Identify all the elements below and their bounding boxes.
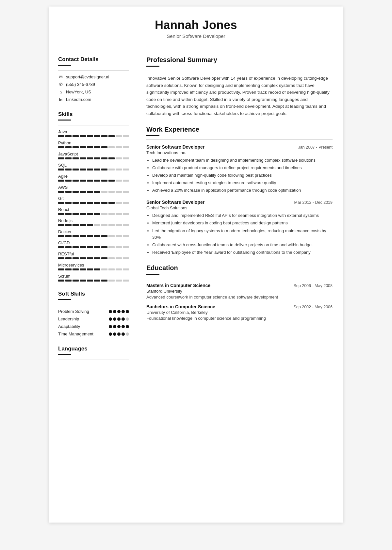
soft-skill-item: Time Management	[58, 332, 129, 336]
skill-segment-filled	[65, 246, 72, 248]
skills-list: JavaPythonJavaScriptSQLAgileAWSGitReactN…	[58, 129, 129, 282]
dot-filled	[109, 332, 112, 336]
skill-segment-empty	[116, 246, 122, 248]
edu-school: University of California, Berkeley	[146, 310, 333, 315]
skill-item: Agile	[58, 174, 129, 182]
contact-location-text: NewYork, US	[66, 89, 91, 94]
skill-name: Microservices	[58, 263, 129, 267]
job-bullet: Lead the development team in designing a…	[152, 157, 333, 164]
skill-segment-filled	[65, 146, 72, 148]
skill-segment-filled	[73, 146, 79, 148]
job-bullet: Collaborated with cross-functional teams…	[152, 242, 333, 248]
skill-name: AWS	[58, 185, 129, 190]
skill-segment-filled	[73, 224, 79, 226]
soft-skills-section: Soft Skills Problem SolvingLeadershipAda…	[58, 291, 129, 336]
skill-segment-empty	[108, 246, 115, 248]
skill-bar	[58, 146, 129, 148]
skill-segment-filled	[58, 257, 64, 259]
dot-filled	[117, 325, 121, 328]
skill-segment-filled	[94, 191, 100, 193]
skill-segment-empty	[116, 257, 122, 259]
skill-segment-empty	[101, 191, 107, 193]
dot-filled	[113, 332, 116, 336]
skill-segment-empty	[116, 268, 122, 270]
contact-linkedin-text: LinkedIn.com	[66, 97, 91, 102]
skill-bar	[58, 169, 129, 170]
soft-skill-name: Problem Solving	[58, 309, 89, 314]
skill-segment-empty	[123, 191, 129, 193]
skill-segment-empty	[123, 213, 129, 215]
languages-divider	[58, 354, 71, 355]
skill-bar	[58, 202, 129, 204]
soft-skill-name: Time Management	[58, 332, 93, 336]
skill-segment-filled	[80, 268, 86, 270]
skill-item: CI/CD	[58, 240, 129, 248]
skill-segment-filled	[87, 157, 93, 159]
skill-item: SQL	[58, 163, 129, 170]
edu-desc: Foundational knowledge in computer scien…	[146, 316, 333, 321]
skill-segment-filled	[65, 257, 72, 259]
skill-bar	[58, 268, 129, 270]
skill-segment-filled	[94, 246, 100, 248]
job-title: Senior Software Developer	[146, 144, 204, 150]
contact-divider	[58, 65, 71, 66]
email-icon: ✉	[58, 74, 63, 79]
job-bullet: Develop and maintain high-quality code f…	[152, 172, 333, 179]
skill-segment-filled	[58, 224, 64, 226]
skill-segment-filled	[87, 246, 93, 248]
skill-segment-filled	[87, 268, 93, 270]
skill-item: JavaScript	[58, 152, 129, 159]
skill-segment-empty	[108, 146, 115, 148]
skill-segment-filled	[65, 235, 72, 237]
job-entry: Senior Software DeveloperJan 2007 - Pres…	[146, 144, 333, 194]
skill-segment-filled	[65, 157, 72, 159]
skill-name: Scrum	[58, 274, 129, 279]
job-bullet: Collaborate with product managers to def…	[152, 165, 333, 171]
skill-bar	[58, 213, 129, 215]
resume-header: Hannah Jones Senior Software Developer	[49, 7, 343, 47]
skill-segment-filled	[94, 268, 100, 270]
skill-segment-filled	[65, 280, 72, 282]
skill-segment-filled	[94, 157, 100, 159]
dot-filled	[113, 317, 116, 321]
skill-segment-filled	[87, 146, 93, 148]
contact-section-title: Contact Details	[58, 56, 129, 63]
skill-segment-empty	[101, 268, 107, 270]
skill-bar	[58, 235, 129, 237]
skill-segment-filled	[94, 202, 100, 204]
skill-segment-empty	[108, 213, 115, 215]
skill-segment-empty	[116, 146, 122, 148]
summary-title: Professional Summary	[146, 56, 333, 64]
soft-skill-dots	[109, 332, 129, 336]
summary-divider	[146, 66, 159, 67]
skill-segment-filled	[58, 235, 64, 237]
skill-segment-empty	[116, 157, 122, 159]
dot-empty	[126, 332, 129, 336]
edu-list: Masters in Computer ScienceSep 2006 - Ma…	[146, 283, 333, 321]
skill-segment-filled	[101, 146, 107, 148]
skill-segment-filled	[73, 246, 79, 248]
skill-segment-filled	[87, 213, 93, 215]
edu-desc: Advanced coursework in computer science …	[146, 295, 333, 299]
contact-section: Contact Details ✉ support@cvdesigner.ai …	[58, 56, 129, 102]
skill-bar	[58, 157, 129, 159]
skill-segment-empty	[108, 191, 115, 193]
edu-degree: Bachelors in Computer Science	[146, 304, 215, 309]
skill-segment-filled	[80, 257, 86, 259]
skill-segment-filled	[80, 169, 86, 170]
job-date: Jan 2007 - Present	[298, 145, 333, 150]
skill-segment-filled	[65, 169, 72, 170]
job-header: Senior Software DeveloperJan 2007 - Pres…	[146, 144, 333, 150]
skill-segment-filled	[65, 224, 72, 226]
skill-name: Node.js	[58, 218, 129, 223]
soft-skill-item: Adaptability	[58, 324, 129, 329]
skill-name: CI/CD	[58, 240, 129, 245]
skill-segment-filled	[65, 213, 72, 215]
skill-segment-empty	[108, 169, 115, 170]
skill-segment-empty	[116, 235, 122, 237]
skill-segment-filled	[94, 135, 100, 137]
skill-name: Agile	[58, 174, 129, 179]
skill-bar	[58, 224, 129, 226]
skill-segment-empty	[101, 213, 107, 215]
skill-segment-empty	[116, 135, 122, 137]
